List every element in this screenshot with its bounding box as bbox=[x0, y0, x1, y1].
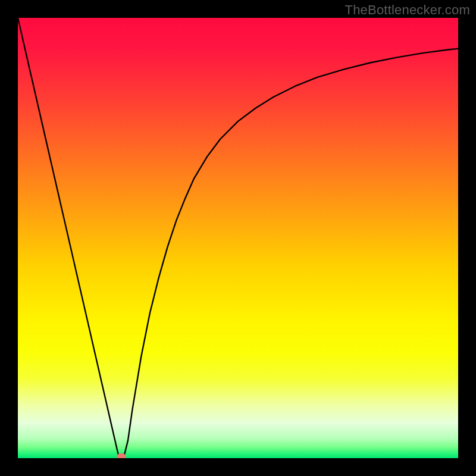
gradient-background bbox=[18, 18, 458, 458]
chart-container: TheBottlenecker.com bbox=[0, 0, 476, 476]
plot-area bbox=[18, 18, 458, 458]
chart-svg bbox=[18, 18, 458, 458]
watermark-label: TheBottlenecker.com bbox=[345, 2, 470, 18]
